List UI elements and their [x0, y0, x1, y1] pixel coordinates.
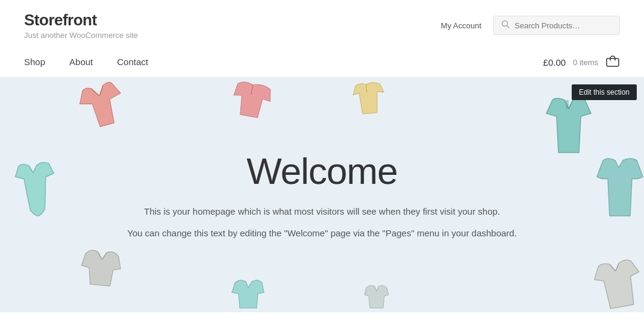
my-account-link[interactable]: My Account [441, 21, 481, 30]
welcome-text-2: You can change this text by editing the … [127, 226, 517, 241]
clothing-item-10 [361, 283, 392, 312]
clothing-item-1 [73, 78, 132, 136]
welcome-title: Welcome [127, 150, 517, 192]
brand-subtitle: Just another WooCommerce site [24, 31, 138, 40]
search-input[interactable] [514, 21, 612, 30]
cart-section: £0.00 0 items [543, 54, 620, 71]
brand-block: Storefront Just another WooCommerce site [24, 11, 138, 40]
cart-icon[interactable] [605, 54, 620, 71]
header-right: My Account [441, 16, 620, 35]
brand-title: Storefront [24, 11, 138, 30]
clothing-item-9 [229, 277, 265, 312]
clothing-item-7 [589, 254, 644, 312]
clothing-item-8 [596, 156, 644, 224]
search-icon [501, 20, 510, 31]
clothing-item-6 [77, 244, 125, 292]
hero-content: Welcome This is your homepage which is w… [127, 150, 517, 241]
welcome-text-1: This is your homepage which is what most… [127, 204, 517, 219]
nav-link-shop[interactable]: Shop [24, 48, 57, 77]
nav-links: Shop About Contact [24, 48, 160, 77]
search-box [493, 16, 620, 35]
nav-link-about[interactable]: About [57, 48, 105, 77]
edit-section-button[interactable]: Edit this section [572, 84, 637, 100]
clothing-item-4 [542, 95, 596, 158]
nav-bar: Shop About Contact £0.00 0 items [24, 48, 620, 77]
cart-price: £0.00 [543, 57, 566, 68]
hero-section: Edit this section [0, 77, 644, 312]
svg-rect-2 [607, 58, 619, 66]
svg-line-1 [507, 26, 510, 28]
svg-rect-3 [566, 100, 569, 109]
cart-count: 0 items [573, 58, 598, 67]
header: Storefront Just another WooCommerce site… [0, 0, 644, 77]
nav-link-contact[interactable]: Contact [105, 48, 160, 77]
clothing-item-2 [226, 77, 278, 125]
clothing-item-5 [10, 160, 63, 227]
clothing-item-3 [348, 78, 390, 120]
